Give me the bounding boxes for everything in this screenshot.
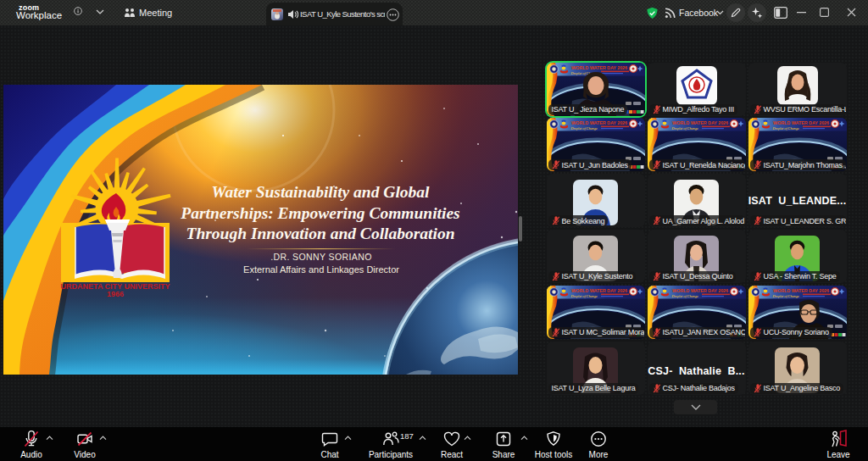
svg-text:Water Sustainability and Globa: Water Sustainability and Global <box>212 183 431 201</box>
svg-text:Partnerships: Empowering Commu: Partnerships: Empowering Communities <box>180 204 459 222</box>
svg-text:External Affairs and Linkages: External Affairs and Linkages Director <box>243 264 399 275</box>
svg-text:1966: 1966 <box>107 290 124 298</box>
svg-text:Through Innovation and Collabo: Through Innovation and Collaboration <box>186 225 455 242</box>
svg-text:.DR. SONNY SORIANO: .DR. SONNY SORIANO <box>270 252 372 262</box>
